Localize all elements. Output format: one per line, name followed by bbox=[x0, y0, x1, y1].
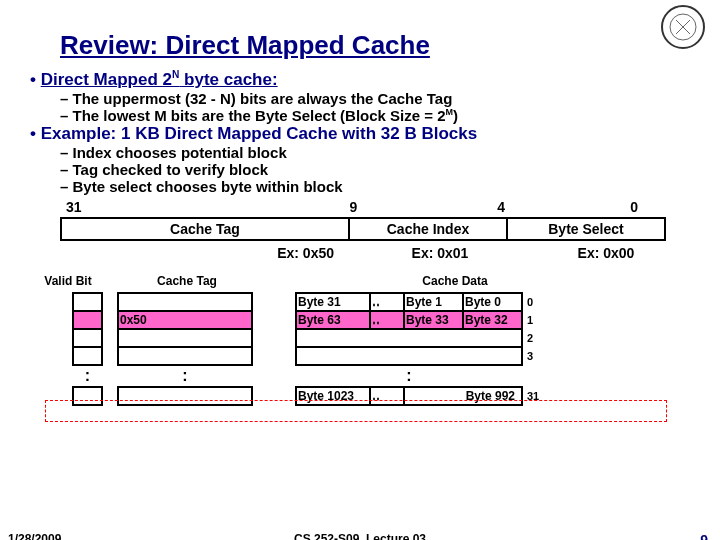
row-idx-2: 2 bbox=[522, 329, 540, 347]
row-idx-31: 31 bbox=[522, 387, 540, 405]
field-byteselect: Byte Select bbox=[507, 218, 665, 240]
byte33: Byte 33 bbox=[404, 311, 463, 329]
bit-4: 4 bbox=[493, 199, 525, 215]
tag-0x50: 0x50 bbox=[118, 311, 252, 329]
bullet-1-2: – The lowest M bits are the Byte Select … bbox=[60, 107, 690, 124]
hdr-cachedata: Cache Data bbox=[314, 273, 596, 290]
vdots-icon: : bbox=[296, 365, 522, 387]
hdr-cachetag: Cache Tag bbox=[106, 273, 268, 290]
row-idx-0: 0 bbox=[522, 293, 540, 311]
hdots-icon: ‥ bbox=[370, 387, 404, 405]
cache-row-dots: : : : bbox=[30, 365, 540, 387]
ex-tag: Ex: 0x50 bbox=[62, 245, 356, 261]
addr-field-table: Cache Tag Cache Index Byte Select bbox=[60, 217, 666, 241]
hdots-icon: ‥ bbox=[370, 311, 404, 329]
row-idx-3: 3 bbox=[522, 347, 540, 365]
bit-31: 31 bbox=[62, 199, 110, 215]
cache-row-31: Byte 1023 ‥ Byte 992 31 bbox=[30, 387, 540, 405]
row-idx-1: 1 bbox=[522, 311, 540, 329]
cache-row-3: 3 bbox=[30, 347, 540, 365]
cache-row-1: 0x50 Byte 63 ‥ Byte 33 Byte 32 1 bbox=[30, 311, 540, 329]
cache-row-2: 2 bbox=[30, 329, 540, 347]
addr-example-row: Ex: 0x50 Ex: 0x01 Ex: 0x00 bbox=[60, 243, 690, 263]
cache-row-0: Byte 31 ‥ Byte 1 Byte 0 0 bbox=[30, 293, 540, 311]
footer-date: 1/28/2009 bbox=[8, 532, 61, 540]
bullet-2-3: – Byte select chooses byte within block bbox=[60, 178, 690, 195]
addr-bit-labels: 31 9 4 0 bbox=[60, 197, 660, 217]
byte1023: Byte 1023 bbox=[296, 387, 370, 405]
field-tag: Cache Tag bbox=[61, 218, 349, 240]
bullet-1-1: – The uppermost (32 - N) bits are always… bbox=[60, 90, 690, 107]
byte32: Byte 32 bbox=[463, 311, 522, 329]
slide-title: Review: Direct Mapped Cache bbox=[60, 30, 720, 61]
slide-content: • Direct Mapped 2N byte cache: – The upp… bbox=[30, 69, 690, 263]
ex-idx: Ex: 0x01 bbox=[358, 245, 522, 261]
ex-bsel: Ex: 0x00 bbox=[524, 245, 688, 261]
vdots-icon: : bbox=[73, 365, 102, 387]
byte0: Byte 0 bbox=[463, 293, 522, 311]
bullet-1: • Direct Mapped 2N byte cache: bbox=[30, 69, 690, 90]
field-index: Cache Index bbox=[349, 218, 507, 240]
byte31: Byte 31 bbox=[296, 293, 370, 311]
bit-0: 0 bbox=[626, 199, 658, 215]
byte1: Byte 1 bbox=[404, 293, 463, 311]
hdots-icon: ‥ bbox=[370, 293, 404, 311]
hdr-validbit: Valid Bit bbox=[32, 273, 104, 290]
cache-diagram: Valid Bit Cache Tag Cache Data Byte 31 ‥… bbox=[30, 271, 690, 406]
byte992: Byte 992 bbox=[404, 387, 522, 405]
bullet-2-1: – Index chooses potential block bbox=[60, 144, 690, 161]
logo-seal bbox=[661, 5, 705, 49]
bullet-2-2: – Tag checked to verify block bbox=[60, 161, 690, 178]
bullet-2: • Example: 1 KB Direct Mapped Cache with… bbox=[30, 124, 690, 144]
vdots-icon: : bbox=[118, 365, 252, 387]
byte63: Byte 63 bbox=[296, 311, 370, 329]
footer-page: 9 bbox=[700, 532, 708, 540]
footer-course: CS 252-S09, Lecture 03 bbox=[294, 532, 426, 540]
bit-9: 9 bbox=[346, 199, 378, 215]
